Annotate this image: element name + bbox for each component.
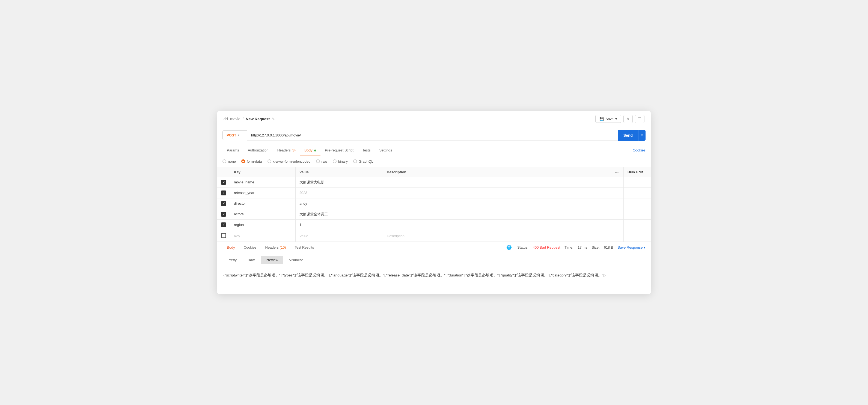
row4-key[interactable]: actors [230,209,296,219]
row5-description[interactable] [383,219,610,230]
save-button[interactable]: 💾 Save ▾ [595,115,621,123]
pencil-icon: ✎ [626,117,630,121]
tab-prerequest[interactable]: Pre-request Script [320,145,358,156]
form-table-container: Key Value Description ••• Bulk Edit [217,167,651,242]
body-type-raw-label: raw [321,159,327,163]
send-button[interactable]: Send ▾ [618,130,646,141]
body-type-binary-label: binary [338,159,348,163]
view-tab-preview[interactable]: Preview [261,256,283,264]
placeholder-checkbox[interactable] [221,233,226,238]
table-row: actors 大熊课堂全体员工 [217,209,651,219]
radio-raw [316,159,320,163]
col-description: Description [383,167,610,177]
row5-options [610,219,624,230]
placeholder-key[interactable]: Key [230,230,296,242]
row5-key[interactable]: region [230,219,296,230]
bulk-edit-button[interactable]: Bulk Edit [627,170,643,174]
view-tab-pretty[interactable]: Pretty [222,256,242,264]
row5-value[interactable]: 1 [296,219,383,230]
table-row: movie_name 大熊课堂大电影 [217,177,651,187]
send-label: Send [618,133,638,137]
title-bar-right: 💾 Save ▾ ✎ ☰ [595,115,645,123]
url-bar: POST ▾ Send ▾ [217,126,651,145]
tab-tests[interactable]: Tests [358,145,375,156]
tab-headers[interactable]: Headers (8) [273,145,300,156]
body-type-raw[interactable]: raw [316,159,327,163]
response-tab-cookies[interactable]: Cookies [239,242,261,253]
row2-value[interactable]: 2023 [296,187,383,198]
tab-settings[interactable]: Settings [375,145,396,156]
url-input[interactable] [247,130,618,141]
save-response-button[interactable]: Save Response ▾ [618,245,646,249]
radio-formdata [241,159,245,163]
save-label: Save [606,117,614,121]
edit-icon-button[interactable]: ✎ [623,115,633,123]
row3-description[interactable] [383,198,610,209]
row3-value[interactable]: andy [296,198,383,209]
body-type-graphql-label: GraphQL [359,159,373,163]
body-type-none[interactable]: none [222,159,236,163]
row1-key[interactable]: movie_name [230,177,296,187]
tab-body[interactable]: Body [300,145,320,156]
table-row: director andy [217,198,651,209]
response-tab-body[interactable]: Body [222,242,239,253]
view-tab-visualize[interactable]: Visualize [284,256,308,264]
radio-urlencoded [268,159,271,163]
row3-checkbox[interactable] [221,201,226,206]
col-value: Value [296,167,383,177]
table-row: region 1 [217,219,651,230]
col-options: ••• [610,167,624,177]
status-label: Status: [517,245,528,249]
row5-checkbox[interactable] [221,222,226,227]
comment-button[interactable]: ☰ [635,115,645,123]
row2-options [610,187,624,198]
time-label: Time: [564,245,573,249]
method-selector[interactable]: POST ▾ [222,130,247,140]
row4-description[interactable] [383,209,610,219]
comment-icon: ☰ [638,117,642,121]
placeholder-value[interactable]: Value [296,230,383,242]
method-label: POST [226,133,236,137]
row3-key[interactable]: director [230,198,296,209]
main-window: drf_movie / New Request ✎ 💾 Save ▾ ✎ ☰ P… [217,111,651,294]
response-tab-headers[interactable]: Headers (10) [261,242,290,253]
row2-checkbox[interactable] [221,190,226,195]
row1-value[interactable]: 大熊课堂大电影 [296,177,383,187]
body-type-binary[interactable]: binary [333,159,348,163]
row1-checkbox[interactable] [221,180,226,185]
method-chevron-icon: ▾ [238,133,239,137]
body-type-urlencoded[interactable]: x-www-form-urlencoded [268,159,311,163]
tab-params[interactable]: Params [222,145,244,156]
edit-name-icon[interactable]: ✎ [272,117,275,121]
body-type-graphql[interactable]: GraphQL [353,159,373,163]
response-tab-testresults[interactable]: Test Results [290,242,318,253]
response-body: {"scriptwriter":["该字段是必填项。"],"types":["该… [217,267,651,294]
row4-options [610,209,624,219]
response-status-bar: 🌐 Status: 400 Bad Request Time: 17 ms Si… [506,245,646,250]
row4-checkbox[interactable] [221,212,226,217]
row2-key[interactable]: release_year [230,187,296,198]
row4-value[interactable]: 大熊课堂全体员工 [296,209,383,219]
size-label: Size: [592,245,600,249]
tab-authorization[interactable]: Authorization [244,145,273,156]
row3-checkbox-cell [217,198,230,209]
table-header: Key Value Description ••• Bulk Edit [217,167,651,177]
view-tab-raw[interactable]: Raw [243,256,259,264]
row1-options [610,177,624,187]
placeholder-extra [624,230,651,242]
response-tabs-bar: Body Cookies Headers (10) Test Results 🌐… [217,242,651,253]
row2-description[interactable] [383,187,610,198]
save-disk-icon: 💾 [599,117,604,121]
radio-none [222,159,226,163]
cookies-link[interactable]: Cookies [633,145,646,156]
send-chevron-icon: ▾ [638,130,646,141]
col-key: Key [230,167,296,177]
placeholder-description[interactable]: Description [383,230,610,242]
body-type-urlencoded-label: x-www-form-urlencoded [273,159,311,163]
more-options-icon[interactable]: ••• [615,170,619,174]
body-type-formdata[interactable]: form-data [241,159,262,163]
placeholder-options [610,230,624,242]
table-row-placeholder: Key Value Description [217,230,651,242]
row1-extra [624,177,651,187]
row1-description[interactable] [383,177,610,187]
